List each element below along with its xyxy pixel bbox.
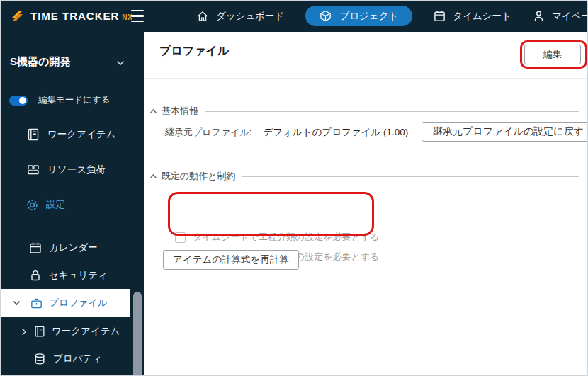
section-default-behavior: 既定の動作と制約	[149, 171, 579, 182]
header-divider	[144, 78, 588, 79]
sidebar-item-properties[interactable]: プロパティ	[0, 345, 144, 373]
sidebar-item-profile-work-items[interactable]: ワークアイテム	[0, 317, 144, 346]
nav-mypage[interactable]: マイページ	[533, 10, 588, 23]
sidebar-item-profile-selected[interactable]: プロファイル	[0, 289, 130, 317]
chevron-up-icon[interactable]	[149, 173, 157, 179]
sidebar-item-calendar[interactable]: カレンダー	[0, 234, 144, 262]
chevron-up-icon	[149, 108, 157, 114]
checkbox-require-process-category[interactable]: タイムシートで工程分類の設定を必要とする	[175, 231, 379, 244]
edit-mode-label: 編集モードにする	[38, 94, 110, 106]
nav-timesheet-label: タイムシート	[453, 10, 511, 23]
nav-dashboard[interactable]: ダッシュボード	[196, 10, 284, 23]
book-icon	[26, 127, 40, 142]
home-icon	[196, 10, 209, 23]
project-selector[interactable]: S機器の開発	[0, 32, 144, 84]
sidebar: S機器の開発 編集モードにする ワークアイテム リソース負荷 設定	[0, 32, 144, 376]
top-nav-menu: ダッシュボード プロジェクト タイムシート マイページ	[196, 0, 588, 32]
sidebar-item-settings[interactable]: 設定	[0, 190, 144, 219]
sidebar-item-resource-load[interactable]: リソース負荷	[0, 156, 144, 184]
inherit-profile-label: 継承元プロファイル:	[165, 126, 251, 139]
sidebar-item-security[interactable]: セキュリティ	[0, 261, 144, 290]
sidebar-item-label: リソース負荷	[47, 164, 106, 176]
recalculate-formula-button[interactable]: アイテムの計算式を再計算	[163, 250, 299, 270]
toggle-switch-on[interactable]	[9, 96, 28, 106]
chevron-down-icon	[13, 300, 21, 306]
sidebar-item-label: プロパティ	[53, 353, 102, 365]
section-rule	[205, 111, 579, 112]
section-title: 既定の動作と制約	[162, 170, 236, 183]
sidebar-item-label: ワークアイテム	[47, 128, 115, 141]
book-icon	[33, 325, 46, 338]
calendar-icon	[434, 10, 446, 22]
briefcase-icon	[30, 297, 43, 310]
gear-icon	[26, 198, 39, 212]
brand-title: TIME TRACKER	[30, 10, 119, 22]
sidebar-item-work-items[interactable]: ワークアイテム	[0, 120, 144, 149]
layout-grid-icon	[26, 163, 40, 177]
nav-timesheet[interactable]: タイムシート	[434, 10, 511, 23]
nav-dashboard-label: ダッシュボード	[216, 10, 284, 23]
main-content-panel: プロファイル 編集 基本情報 継承元プロファイル: デフォルトのプロファイル (…	[144, 32, 588, 376]
inherit-profile-value: デフォルトのプロファイル (1.00)	[263, 126, 408, 139]
app-logo[interactable]: TIME TRACKER NX	[9, 0, 132, 32]
sidebar-item-label: 設定	[46, 198, 65, 211]
lock-icon	[29, 269, 42, 282]
checkbox-unchecked[interactable]	[175, 232, 186, 243]
sidebar-item-label: プロファイル	[49, 297, 108, 309]
top-navigation-bar: TIME TRACKER NX ダッシュボード プロジェクト	[0, 0, 588, 32]
sidebar-divider	[0, 84, 144, 84]
annotation-highlight-checkboxes	[168, 192, 374, 236]
chevron-down-icon	[116, 60, 125, 66]
nav-project[interactable]: プロジェクト	[305, 6, 412, 26]
hamburger-menu-icon[interactable]	[131, 9, 144, 23]
section-title: 基本情報	[162, 105, 198, 118]
nav-project-label: プロジェクト	[339, 10, 398, 23]
logo-icon	[9, 8, 26, 25]
sidebar-item-label: ワークアイテム	[52, 325, 120, 338]
cube-icon	[320, 10, 332, 22]
section-rule	[242, 176, 579, 177]
section-basic-info: 基本情報	[149, 106, 579, 117]
sidebar-scrollbar-thumb[interactable]	[133, 292, 142, 376]
chevron-right-icon	[21, 328, 27, 336]
calendar-icon	[29, 241, 42, 254]
page-title: プロファイル	[159, 44, 229, 59]
user-icon	[533, 10, 545, 22]
nav-mypage-label: マイページ	[552, 10, 588, 23]
checkbox-label: タイムシートで工程分類の設定を必要とする	[193, 231, 379, 244]
edit-mode-toggle[interactable]: 編集モードにする	[9, 94, 110, 106]
database-icon	[33, 353, 46, 365]
edit-button[interactable]: 編集	[524, 45, 581, 64]
sidebar-item-label: セキュリティ	[49, 269, 108, 282]
project-name: S機器の開発	[10, 55, 70, 69]
reset-to-inherited-button[interactable]: 継承元プロファイルの設定に戻す	[422, 122, 588, 142]
sidebar-item-label: カレンダー	[49, 241, 98, 254]
inherit-profile-row: 継承元プロファイル: デフォルトのプロファイル (1.00)	[165, 123, 408, 142]
